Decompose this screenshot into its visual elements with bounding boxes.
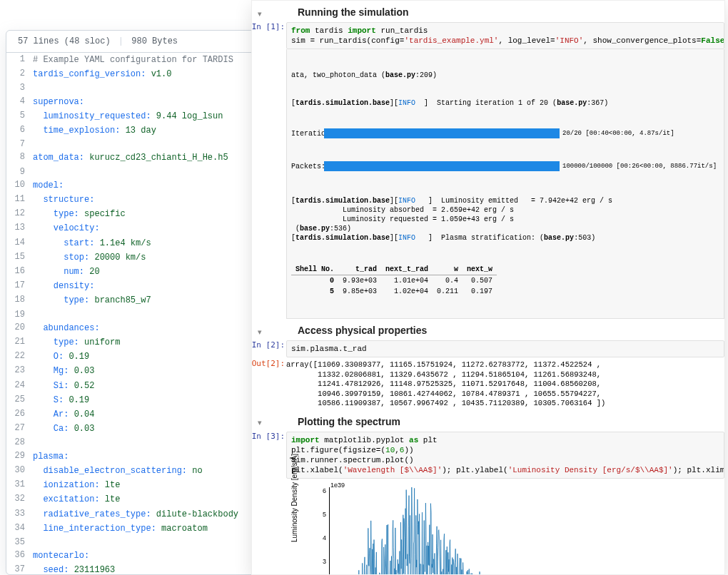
table-header: next_t_rad	[381, 264, 433, 275]
code-line[interactable]: Si: 0.52	[32, 379, 279, 393]
code-line[interactable]: start: 1.1e4 km/s	[32, 236, 279, 250]
code-line[interactable]: Ca: 0.03	[32, 422, 279, 436]
line-number[interactable]: 15	[6, 250, 32, 265]
code-line[interactable]: luminosity_requested: 9.44 log_lsun	[32, 109, 279, 123]
input-prompt-3: In [3]:	[251, 432, 285, 441]
line-number[interactable]: 1	[6, 53, 32, 67]
meta-divider: |	[118, 36, 123, 46]
line-number[interactable]: 26	[6, 407, 32, 422]
code-line[interactable]: disable_electron_scattering: no	[32, 464, 279, 478]
code-cell-2[interactable]: sim.plasma.t_rad	[286, 340, 724, 357]
line-number[interactable]: 21	[6, 335, 32, 350]
code-line[interactable]: abundances:	[32, 321, 279, 335]
table-row: 09.93e+031.01e+040.40.507	[291, 275, 497, 287]
code-line[interactable]	[32, 138, 279, 151]
code-line[interactable]: montecarlo:	[32, 549, 279, 563]
code-line[interactable]	[32, 308, 279, 321]
line-number[interactable]: 33	[6, 507, 32, 521]
y-axis-label: Luminosity Density [erg/s/Å]	[290, 454, 298, 542]
code-line[interactable]: type: uniform	[32, 335, 279, 350]
line-number[interactable]: 27	[6, 422, 32, 436]
line-number[interactable]: 12	[6, 207, 32, 221]
line-number[interactable]: 29	[6, 449, 32, 464]
line-number[interactable]: 37	[6, 563, 32, 575]
code-line[interactable]: ionization: lte	[32, 478, 279, 492]
code-line[interactable]: atom_data: kurucz_cd23_chianti_H_He.h5	[32, 151, 279, 165]
line-number[interactable]: 16	[6, 265, 32, 279]
code-line[interactable]: type: specific	[32, 207, 279, 221]
line-number[interactable]: 3	[6, 81, 32, 94]
output-cell-1: ata, two_photon_data (base.py:209) [tard…	[286, 49, 724, 319]
shell-table: Shell No.t_radnext_t_radwnext_w 09.93e+0…	[291, 264, 497, 297]
code-line[interactable]: Ar: 0.04	[32, 407, 279, 422]
input-prompt-2: In [2]:	[251, 340, 285, 350]
code-line[interactable]: num: 20	[32, 265, 279, 279]
code-line[interactable]: Mg: 0.03	[32, 364, 279, 378]
line-number[interactable]: 9	[6, 166, 32, 178]
progress-text: 100000/100000 [00:26<00:00, 8886.77it/s]	[562, 162, 717, 171]
line-number[interactable]: 19	[6, 308, 32, 321]
line-number[interactable]: 11	[6, 193, 32, 207]
line-number[interactable]: 17	[6, 279, 32, 293]
line-number[interactable]: 20	[6, 321, 32, 335]
line-number[interactable]: 23	[6, 364, 32, 378]
code-line[interactable]	[32, 536, 279, 549]
code-table: 1# Example YAML configuration for TARDIS…	[6, 53, 279, 575]
code-line[interactable]: # Example YAML configuration for TARDIS	[32, 53, 279, 67]
code-line[interactable]	[32, 166, 279, 178]
code-line[interactable]: plasma:	[32, 449, 279, 464]
line-number[interactable]: 31	[6, 478, 32, 492]
code-cell-1[interactable]: from tardis import run_tardis sim = run_…	[286, 22, 724, 49]
line-number[interactable]: 10	[6, 178, 32, 193]
line-number[interactable]: 8	[6, 151, 32, 165]
code-line[interactable]: excitation: lte	[32, 492, 279, 507]
code-line[interactable]: stop: 20000 km/s	[32, 250, 279, 265]
line-number[interactable]: 25	[6, 393, 32, 407]
line-number[interactable]: 14	[6, 236, 32, 250]
code-line[interactable]: structure:	[32, 193, 279, 207]
line-number[interactable]: 7	[6, 138, 32, 151]
code-cell-3[interactable]: import matplotlib.pyplot as plt plt.figu…	[286, 432, 724, 479]
collapse-icon[interactable]: ▾	[252, 327, 268, 337]
code-line[interactable]: seed: 23111963	[32, 563, 279, 575]
code-line[interactable]: S: 0.19	[32, 393, 279, 407]
collapse-icon[interactable]: ▾	[252, 9, 268, 19]
section-heading-access: Access physical properties	[298, 325, 427, 336]
line-number[interactable]: 5	[6, 109, 32, 123]
progress-iterations: Iterations: 20/20 [00:40<00:00, 4.87s/it…	[291, 128, 719, 138]
code-line[interactable]: time_explosion: 13 day	[32, 123, 279, 138]
output-log-line: [tardis.simulation.base][INFO ] Starting…	[291, 98, 719, 108]
line-number[interactable]: 34	[6, 521, 32, 536]
line-number[interactable]: 4	[6, 95, 32, 109]
line-number[interactable]: 13	[6, 221, 32, 235]
code-line[interactable]	[32, 436, 279, 449]
table-header: next_w	[462, 264, 497, 275]
line-number[interactable]: 2	[6, 67, 32, 81]
code-line[interactable]: model:	[32, 178, 279, 193]
file-lines-count: 57 lines (48 sloc)	[18, 36, 111, 46]
progress-label: Packets:	[291, 162, 324, 171]
code-line[interactable]: velocity:	[32, 221, 279, 235]
collapse-icon[interactable]: ▾	[252, 418, 268, 427]
file-meta-bar: 57 lines (48 sloc) | 980 Bytes	[6, 31, 279, 53]
input-prompt-1: In [1]:	[251, 22, 285, 31]
line-number[interactable]: 6	[6, 123, 32, 138]
code-line[interactable]: line_interaction_type: macroatom	[32, 521, 279, 536]
code-line[interactable]: density:	[32, 279, 279, 293]
code-line[interactable]	[32, 81, 279, 94]
line-number[interactable]: 30	[6, 464, 32, 478]
line-number[interactable]: 35	[6, 536, 32, 549]
code-line[interactable]: tardis_config_version: v1.0	[32, 67, 279, 81]
line-number[interactable]: 22	[6, 350, 32, 364]
code-line[interactable]: radiative_rates_type: dilute-blackbody	[32, 507, 279, 521]
y-axis-ticks: 0123456	[308, 487, 326, 576]
line-number[interactable]: 36	[6, 549, 32, 563]
line-number[interactable]: 24	[6, 379, 32, 393]
line-number[interactable]: 32	[6, 492, 32, 507]
line-number[interactable]: 18	[6, 293, 32, 307]
code-line[interactable]: O: 0.19	[32, 350, 279, 364]
code-line[interactable]: supernova:	[32, 95, 279, 109]
table-header: w	[433, 264, 462, 275]
line-number[interactable]: 28	[6, 436, 32, 449]
code-line[interactable]: type: branch85_w7	[32, 293, 279, 307]
